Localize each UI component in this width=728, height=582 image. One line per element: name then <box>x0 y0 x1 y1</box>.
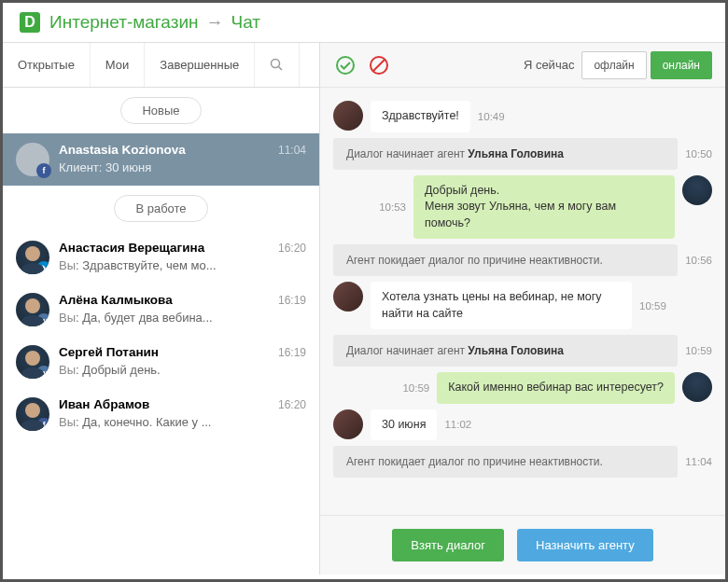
facebook-icon: f <box>36 163 51 178</box>
avatar: w <box>16 345 49 379</box>
conversation-item[interactable]: ✈ Анастасия Верещагина16:20 Вы: Здравств… <box>3 231 319 284</box>
vk-icon: w <box>36 366 49 379</box>
client-avatar <box>333 101 363 131</box>
agent-message: Добрый день.Меня зовут Ульяна, чем я мог… <box>413 175 675 240</box>
tab-open[interactable]: Открытые <box>3 43 91 87</box>
client-message: Хотела узнать цены на вебинар, не могу н… <box>371 282 632 329</box>
offline-button[interactable]: офлайн <box>581 51 646 79</box>
conversation-time: 16:19 <box>278 346 306 359</box>
online-button[interactable]: онлайн <box>651 51 712 79</box>
message-time: 10:59 <box>685 345 712 356</box>
conversation-preview: Вы: Да, конечно. Какие у ... <box>59 415 306 429</box>
conversation-name: Анастасия Верещагина <box>59 241 204 255</box>
block-icon[interactable] <box>367 53 391 77</box>
pill-working[interactable]: В работе <box>114 195 207 222</box>
chat-footer: Взять диалог Назначить агенту <box>320 515 725 575</box>
conversation-preview: Вы: Добрый день. <box>59 363 306 377</box>
tab-mine[interactable]: Мои <box>91 43 145 87</box>
message-time: 10:53 <box>379 201 406 213</box>
system-message: Диалог начинает агент Ульяна Головина <box>333 335 678 367</box>
svg-point-2 <box>337 57 354 74</box>
accept-icon[interactable] <box>333 53 357 77</box>
conversation-preview: Клиент: 30 июня <box>59 160 306 174</box>
message-time: 10:49 <box>478 111 505 122</box>
svg-line-1 <box>279 67 283 71</box>
search-icon <box>270 58 284 72</box>
conversation-name: Иван Абрамов <box>59 397 149 411</box>
conversation-preview: Вы: Здравствуйте, чем мо... <box>59 258 306 272</box>
agent-avatar <box>682 175 712 205</box>
conversation-time: 16:20 <box>278 242 306 255</box>
conversation-name: Алёна Калмыкова <box>59 293 173 307</box>
svg-point-0 <box>272 60 280 68</box>
client-message: Здравствуйте! <box>371 101 470 132</box>
system-message: Агент покидает диалог по причине неактив… <box>333 244 678 276</box>
message-time: 11:02 <box>444 419 471 430</box>
message-time: 10:59 <box>402 382 429 394</box>
take-dialog-button[interactable]: Взять диалог <box>392 529 504 561</box>
agent-message: Какой именно вебинар вас интересует? <box>437 372 675 404</box>
conversation-name: Сергей Потанин <box>59 345 159 359</box>
pill-new[interactable]: Новые <box>120 97 201 124</box>
conversation-item[interactable]: w Алёна Калмыкова16:19 Вы: Да, будет два… <box>3 284 319 336</box>
message-time: 10:50 <box>685 148 712 159</box>
conversation-item[interactable]: w Сергей Потанин16:19 Вы: Добрый день. <box>3 336 319 388</box>
avatar: f <box>16 397 49 431</box>
conversation-panel: Открытые Мои Завершенные Новые f Anastas… <box>3 43 320 575</box>
breadcrumb: D Интернет-магазин → Чат <box>3 3 725 43</box>
conversation-name: Anastasia Kozionova <box>59 143 186 157</box>
fb-icon: f <box>36 418 49 431</box>
message-time: 11:04 <box>685 456 712 467</box>
tg-icon: ✈ <box>36 261 49 274</box>
conversation-time: 16:19 <box>278 294 306 307</box>
system-message: Диалог начинает агент Ульяна Головина <box>333 138 678 170</box>
search-button[interactable] <box>255 43 300 87</box>
system-message: Агент покидает диалог по причине неактив… <box>333 446 678 478</box>
breadcrumb-shop[interactable]: Интернет-магазин <box>49 12 199 33</box>
client-avatar <box>333 282 363 312</box>
conversation-item[interactable]: f Иван Абрамов16:20 Вы: Да, конечно. Как… <box>3 388 319 440</box>
breadcrumb-chat[interactable]: Чат <box>231 12 261 33</box>
assign-agent-button[interactable]: Назначить агенту <box>517 529 653 561</box>
conversation-selected[interactable]: f Anastasia Kozionova 11:04 Клиент: 30 и… <box>3 133 319 186</box>
message-time: 10:56 <box>685 255 712 266</box>
conversation-preview: Вы: Да, будет два вебина... <box>59 311 306 325</box>
chat-messages: Здравствуйте!10:49Диалог начинает агент … <box>320 88 725 515</box>
avatar: ✈ <box>16 241 49 274</box>
status-label: Я сейчас <box>524 58 575 72</box>
breadcrumb-arrow-icon: → <box>206 12 224 33</box>
agent-avatar <box>682 372 712 402</box>
chat-panel: Я сейчас офлайн онлайн Здравствуйте!10:4… <box>320 43 725 575</box>
message-time: 10:59 <box>639 300 666 312</box>
logo-icon: D <box>20 12 40 33</box>
conversation-time: 16:20 <box>278 398 306 411</box>
client-avatar <box>333 409 363 439</box>
tabs: Открытые Мои Завершенные <box>3 43 319 88</box>
avatar: w <box>16 293 49 326</box>
svg-line-4 <box>373 60 385 71</box>
avatar: f <box>16 143 49 176</box>
chat-toolbar: Я сейчас офлайн онлайн <box>320 43 725 88</box>
tab-done[interactable]: Завершенные <box>145 43 255 87</box>
conversation-time: 11:04 <box>278 144 306 157</box>
vk-icon: w <box>36 313 49 326</box>
client-message: 30 июня <box>371 409 437 441</box>
